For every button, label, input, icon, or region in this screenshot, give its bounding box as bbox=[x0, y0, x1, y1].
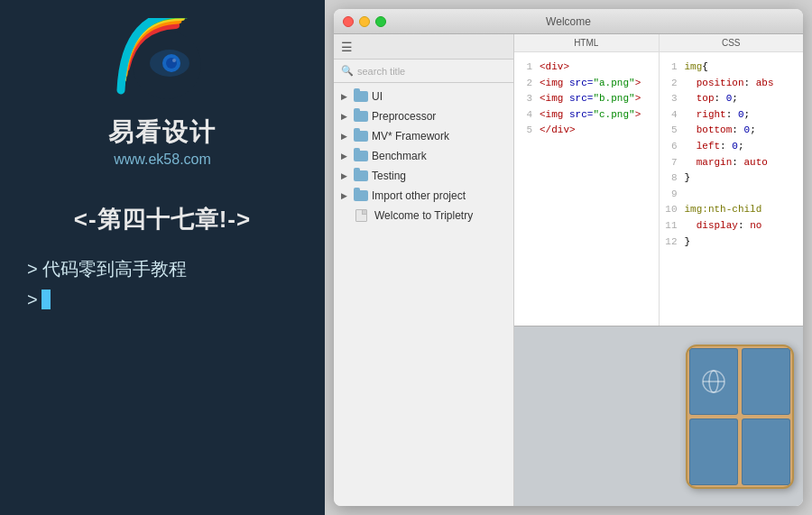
tree-label: MV* Framework bbox=[372, 130, 449, 143]
left-panel: 易看设计 www.ek58.com <-第四十七章!-> > 代码零到高手教程 … bbox=[0, 0, 325, 515]
subtitle-lines: > 代码零到高手教程 > bbox=[18, 253, 307, 315]
code-line: 9 bbox=[663, 187, 800, 203]
code-line: 7 margin: auto bbox=[663, 155, 800, 171]
tree-label: Testing bbox=[372, 170, 406, 182]
preview-area bbox=[514, 326, 803, 506]
search-icon: 🔍 bbox=[341, 65, 354, 77]
window-title: Welcome bbox=[546, 15, 591, 28]
device-screen-row-2 bbox=[687, 417, 792, 487]
folder-icon bbox=[354, 151, 368, 161]
tree-item-welcome[interactable]: Welcome to Tripletry bbox=[334, 206, 513, 225]
code-line: 4 right: 0; bbox=[663, 107, 800, 124]
code-line: 8 } bbox=[663, 170, 800, 187]
search-bar: 🔍 search title bbox=[334, 60, 513, 83]
tree-arrow: ▶ bbox=[341, 152, 350, 161]
code-line: 6 left: 0; bbox=[663, 139, 800, 155]
folder-icon bbox=[354, 91, 368, 102]
code-line: 10 img:nth-child bbox=[663, 202, 800, 218]
folder-icon bbox=[354, 170, 368, 181]
brand-url: www.ek58.com bbox=[114, 152, 211, 168]
subtitle-line-1: > 代码零到高手教程 bbox=[27, 253, 307, 284]
code-line: 12 } bbox=[663, 235, 800, 251]
code-panels-row: HTML 1 <div> 2 <img src="a.png"> bbox=[514, 34, 803, 326]
device-screen-row bbox=[687, 346, 792, 417]
tree-label: Import other project bbox=[372, 189, 466, 202]
code-line: 3 top: 0; bbox=[663, 91, 800, 107]
folder-icon bbox=[354, 111, 368, 122]
tree-arrow: ▶ bbox=[341, 92, 350, 101]
sidebar-toolbar: ☰ bbox=[334, 34, 513, 60]
title-bar: Welcome bbox=[334, 9, 803, 34]
folder-icon bbox=[354, 131, 368, 142]
tree-label: Preprocessor bbox=[372, 110, 436, 123]
hamburger-icon[interactable]: ☰ bbox=[341, 40, 353, 54]
folder-icon bbox=[354, 190, 368, 201]
code-line: 4 <img src="c.png"> bbox=[518, 107, 655, 124]
file-icon bbox=[355, 209, 367, 222]
css-panel-header: CSS bbox=[660, 34, 804, 52]
search-placeholder: search title bbox=[357, 66, 405, 77]
ide-body: ☰ 🔍 search title ▶ UI ▶ Preprocess bbox=[334, 34, 803, 506]
right-code-area: HTML 1 <div> 2 <img src="a.png"> bbox=[514, 34, 803, 506]
tree-arrow: ▶ bbox=[341, 191, 350, 200]
ide-sidebar: ☰ 🔍 search title ▶ UI ▶ Preprocess bbox=[334, 34, 514, 506]
tree-arrow: ▶ bbox=[341, 112, 350, 121]
right-panel: Welcome ☰ 🔍 search title ▶ UI bbox=[325, 0, 812, 515]
css-code-content: 1 img{ 2 position: abs 3 top: 0; bbox=[660, 52, 804, 326]
tree-item-benchmark[interactable]: ▶ Benchmark bbox=[334, 146, 513, 166]
tree-item-testing[interactable]: ▶ Testing bbox=[334, 166, 513, 186]
tree-item-mvframework[interactable]: ▶ MV* Framework bbox=[334, 126, 513, 146]
ide-window: Welcome ☰ 🔍 search title ▶ UI bbox=[334, 9, 803, 506]
device-screen-cell-3 bbox=[689, 418, 738, 485]
tree-label: Welcome to Tripletry bbox=[374, 209, 473, 222]
code-line: 3 <img src="b.png"> bbox=[518, 91, 655, 107]
device-preview bbox=[686, 345, 794, 489]
file-tree: ▶ UI ▶ Preprocessor ▶ MV* Framework bbox=[334, 83, 513, 506]
code-line: 2 <img src="a.png"> bbox=[518, 76, 655, 92]
logo-area: 易看设计 www.ek58.com bbox=[108, 18, 217, 168]
code-line: 5 </div> bbox=[518, 123, 655, 139]
traffic-lights bbox=[343, 16, 386, 27]
close-button[interactable] bbox=[343, 16, 354, 27]
code-line: 1 img{ bbox=[663, 60, 800, 76]
tree-item-ui[interactable]: ▶ UI bbox=[334, 87, 513, 106]
tree-arrow: ▶ bbox=[341, 171, 350, 180]
code-line: 5 bottom: 0; bbox=[663, 123, 800, 139]
tree-label: UI bbox=[372, 90, 383, 103]
svg-point-4 bbox=[172, 59, 176, 62]
html-panel-header: HTML bbox=[514, 34, 659, 52]
code-line: 1 <div> bbox=[518, 60, 655, 76]
maximize-button[interactable] bbox=[375, 16, 386, 27]
cursor-block bbox=[42, 290, 51, 309]
logo-icon bbox=[108, 18, 217, 108]
tree-arrow: ▶ bbox=[341, 132, 350, 141]
tree-label: Benchmark bbox=[372, 150, 427, 162]
code-line: 2 position: abs bbox=[663, 76, 800, 92]
html-code-content: 1 <div> 2 <img src="a.png"> 3 <img src="… bbox=[514, 52, 659, 326]
chapter-title: <-第四十七章!-> bbox=[74, 204, 251, 235]
subtitle-line-2: > bbox=[27, 284, 307, 315]
css-panel: CSS 1 img{ 2 position: abs 3 bbox=[660, 34, 804, 326]
code-line: 11 display: no bbox=[663, 218, 800, 235]
minimize-button[interactable] bbox=[359, 16, 370, 27]
device-screen-cell-4 bbox=[742, 418, 790, 485]
device-screen-cell-2 bbox=[742, 348, 790, 415]
brand-name: 易看设计 bbox=[108, 115, 217, 150]
tree-item-preprocessor[interactable]: ▶ Preprocessor bbox=[334, 106, 513, 126]
tree-item-import[interactable]: ▶ Import other project bbox=[334, 186, 513, 206]
device-screen-cell bbox=[689, 348, 738, 415]
html-panel: HTML 1 <div> 2 <img src="a.png"> bbox=[514, 34, 660, 326]
